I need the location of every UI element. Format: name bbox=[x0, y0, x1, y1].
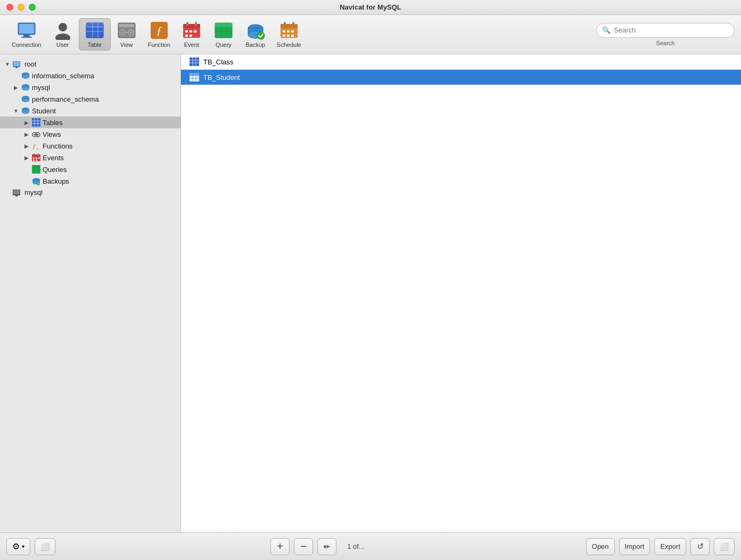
event-button[interactable]: Event bbox=[176, 19, 208, 50]
import-button[interactable]: Import bbox=[619, 538, 651, 555]
maximize-button[interactable] bbox=[29, 4, 36, 11]
svg-rect-51 bbox=[13, 62, 20, 66]
toolbar: Connection User bbox=[0, 15, 741, 54]
svg-rect-81 bbox=[36, 158, 37, 159]
view-icon bbox=[117, 21, 136, 40]
expand-arrow bbox=[23, 155, 30, 161]
svg-rect-26 bbox=[190, 30, 192, 32]
connection-tree-icon bbox=[13, 61, 22, 68]
add-button[interactable]: + bbox=[270, 538, 290, 555]
events-icon bbox=[32, 153, 40, 162]
table-button[interactable]: Table bbox=[79, 18, 111, 51]
user-icon bbox=[53, 21, 72, 40]
bottom-bar: ⚙ ▾ ⬜ + − ✏ 1 of... Open Import Export ↺… bbox=[0, 532, 741, 560]
backup-button[interactable]: Backup bbox=[240, 19, 271, 50]
bottom-window-button[interactable]: ⬜ bbox=[35, 538, 55, 555]
window-right-icon: ⬜ bbox=[720, 542, 729, 551]
sidebar-item-events[interactable]: Events bbox=[0, 152, 180, 163]
search-input[interactable] bbox=[614, 26, 729, 34]
svg-point-58 bbox=[22, 87, 29, 90]
schedule-button[interactable]: Schedule bbox=[271, 19, 307, 50]
svg-rect-13 bbox=[119, 24, 134, 27]
sidebar: root information_schema mysql bbox=[0, 54, 181, 532]
sidebar-perf-schema-label: performance_schema bbox=[32, 95, 99, 103]
svg-rect-2 bbox=[23, 35, 30, 37]
sidebar-item-queries[interactable]: Queries bbox=[0, 163, 180, 175]
content-item-tb-student[interactable]: TB_Student bbox=[181, 70, 741, 85]
svg-point-17 bbox=[130, 31, 132, 34]
function-button[interactable]: ƒ Function bbox=[143, 19, 176, 50]
refresh-button[interactable]: ↺ bbox=[690, 538, 710, 555]
schedule-label: Schedule bbox=[277, 42, 301, 48]
sidebar-item-performance-schema[interactable]: performance_schema bbox=[0, 93, 180, 105]
svg-rect-25 bbox=[185, 30, 188, 32]
svg-rect-24 bbox=[195, 22, 197, 26]
user-button[interactable]: User bbox=[47, 19, 79, 50]
svg-rect-29 bbox=[190, 35, 192, 37]
svg-rect-31 bbox=[215, 23, 232, 27]
svg-rect-77 bbox=[32, 154, 40, 157]
expand-arrow bbox=[23, 120, 30, 126]
svg-point-5 bbox=[55, 34, 70, 40]
svg-rect-27 bbox=[194, 30, 196, 32]
svg-rect-41 bbox=[281, 24, 298, 28]
window-controls[interactable] bbox=[6, 4, 36, 11]
close-button[interactable] bbox=[6, 4, 13, 11]
sidebar-mysql-label: mysql bbox=[32, 84, 50, 92]
tb-class-label: TB_Class bbox=[203, 58, 233, 66]
sidebar-item-mysql2[interactable]: mysql bbox=[0, 187, 180, 198]
sidebar-item-root[interactable]: root bbox=[0, 59, 180, 70]
open-button[interactable]: Open bbox=[586, 538, 615, 555]
content-area: TB_Class TB_Student bbox=[181, 54, 741, 532]
sidebar-item-functions[interactable]: ƒ ₀ Functions bbox=[0, 140, 180, 152]
view-label: View bbox=[120, 42, 133, 48]
svg-rect-78 bbox=[34, 153, 35, 155]
window-right-button[interactable]: ⬜ bbox=[714, 538, 735, 555]
svg-rect-65 bbox=[32, 118, 40, 127]
search-icon: 🔍 bbox=[602, 26, 611, 34]
svg-rect-22 bbox=[183, 24, 200, 28]
tb-student-icon bbox=[190, 73, 199, 81]
svg-rect-44 bbox=[283, 30, 285, 32]
svg-rect-97 bbox=[190, 57, 199, 66]
svg-point-71 bbox=[34, 134, 36, 136]
tb-class-icon bbox=[190, 57, 199, 66]
sidebar-item-student[interactable]: Student bbox=[0, 105, 180, 117]
sidebar-item-tables[interactable]: Tables bbox=[0, 117, 180, 128]
svg-rect-42 bbox=[284, 22, 286, 26]
svg-point-55 bbox=[22, 76, 29, 79]
export-button[interactable]: Export bbox=[654, 538, 686, 555]
minus-icon: − bbox=[300, 540, 307, 553]
svg-rect-84 bbox=[36, 160, 37, 161]
sidebar-item-views[interactable]: Views bbox=[0, 128, 180, 140]
svg-text:₀: ₀ bbox=[37, 146, 38, 150]
dropdown-arrow: ▾ bbox=[22, 543, 24, 549]
sidebar-item-backups[interactable]: Backups bbox=[0, 175, 180, 187]
svg-rect-45 bbox=[287, 30, 290, 32]
sidebar-item-mysql[interactable]: mysql bbox=[0, 81, 180, 93]
svg-point-73 bbox=[37, 134, 39, 136]
search-box[interactable]: 🔍 bbox=[596, 23, 735, 38]
content-item-tb-class[interactable]: TB_Class bbox=[181, 54, 741, 70]
db-icon bbox=[21, 71, 30, 80]
sidebar-queries-label: Queries bbox=[43, 166, 67, 174]
svg-rect-85 bbox=[32, 165, 40, 174]
export-label: Export bbox=[660, 542, 680, 550]
table-label: Table bbox=[88, 42, 102, 48]
sidebar-mysql2-label: mysql bbox=[24, 188, 43, 196]
connection-button[interactable]: Connection bbox=[6, 19, 47, 50]
sidebar-item-information-schema[interactable]: information_schema bbox=[0, 70, 180, 81]
query-button[interactable]: Query bbox=[208, 19, 240, 50]
edit-button[interactable]: ✏ bbox=[317, 538, 336, 555]
minimize-button[interactable] bbox=[18, 4, 24, 11]
db-icon bbox=[21, 106, 30, 115]
window-icon: ⬜ bbox=[40, 542, 50, 551]
svg-text:ƒ: ƒ bbox=[32, 142, 36, 150]
sidebar-backups-label: Backups bbox=[43, 177, 69, 185]
expand-arrow bbox=[23, 143, 30, 149]
tables-icon bbox=[32, 118, 40, 127]
view-button[interactable]: View bbox=[111, 19, 143, 50]
settings-button[interactable]: ⚙ ▾ bbox=[6, 538, 30, 555]
sidebar-root-label: root bbox=[24, 60, 36, 68]
remove-button[interactable]: − bbox=[294, 538, 313, 555]
